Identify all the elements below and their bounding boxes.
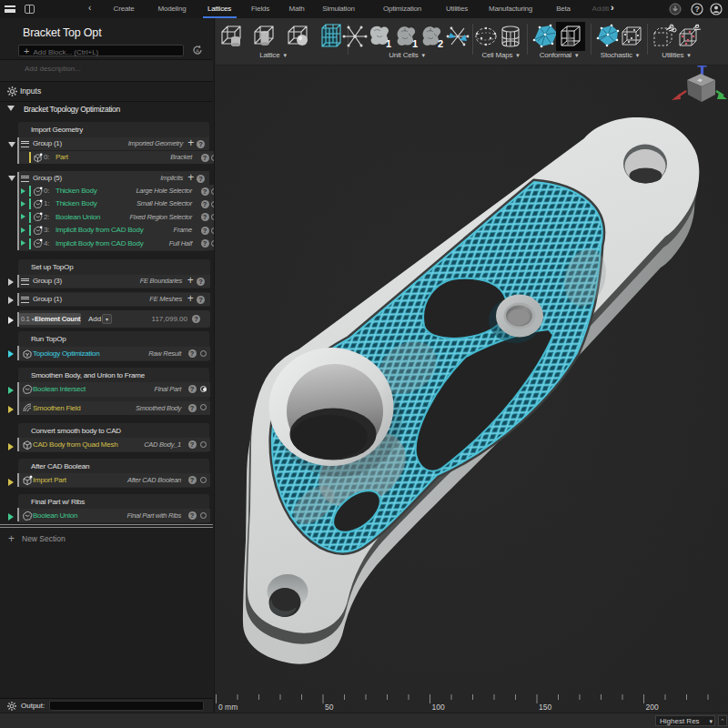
svg-text:?: ?	[694, 5, 699, 14]
svg-text:150: 150	[539, 703, 551, 712]
svg-text:1: 1	[386, 38, 391, 49]
svg-text:A: A	[196, 48, 199, 54]
svg-text:0 mm: 0 mm	[218, 703, 238, 712]
svg-text:100: 100	[432, 703, 445, 712]
svg-text:50: 50	[325, 703, 334, 712]
svg-text:200: 200	[646, 703, 659, 712]
